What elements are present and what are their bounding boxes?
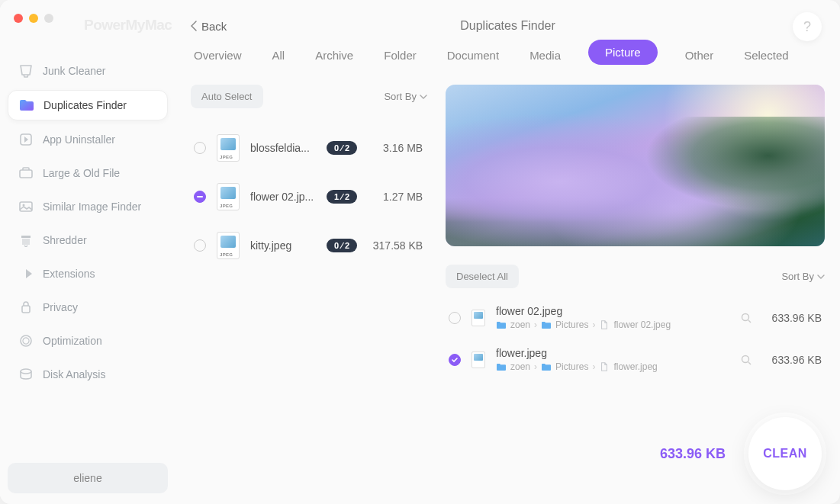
svg-point-5 (21, 335, 31, 346)
duplicate-row[interactable]: flower 02.jpegzoen›Pictures›flower 02.jp… (446, 299, 825, 336)
duplicate-row[interactable]: flower.jpegzoen›Pictures›flower.jpeg633.… (446, 341, 825, 378)
tab-document[interactable]: Document (444, 40, 502, 71)
file-size: 3.16 MB (368, 142, 423, 154)
deselect-all-button[interactable]: Deselect All (446, 265, 519, 288)
file-thumb: JPEG (217, 134, 240, 162)
chevron-down-icon (420, 95, 427, 99)
folder-icon (541, 320, 552, 329)
tab-folder[interactable]: Folder (381, 40, 420, 71)
svg-point-8 (742, 355, 749, 362)
sidebar-item-label: Similar Image Finder (43, 201, 141, 213)
auto-select-button[interactable]: Auto Select (191, 85, 263, 108)
file-group-row[interactable]: JPEGkitty.jpeg0 ⁄ 2317.58 KB (191, 221, 427, 270)
svg-point-7 (742, 313, 749, 320)
sort-by-dropdown-left[interactable]: Sort By (384, 91, 427, 102)
help-button[interactable]: ? (793, 12, 822, 41)
sidebar-item-label: Disk Analysis (43, 368, 105, 380)
file-name: kitty.jpeg (250, 239, 316, 252)
nav-icon (18, 64, 34, 78)
maximize-dot[interactable] (44, 14, 53, 23)
sidebar-item-extensions[interactable]: Extensions (8, 259, 168, 288)
sidebar-item-large-old-file[interactable]: Large & Old File (8, 159, 168, 188)
file-group-row[interactable]: JPEGflower 02.jp...1 ⁄ 21.27 MB (191, 172, 427, 221)
count-badge: 0 ⁄ 2 (327, 141, 357, 155)
sidebar-item-shredder[interactable]: Shredder (8, 226, 168, 255)
nav-icon (18, 334, 34, 348)
magnify-icon[interactable] (741, 355, 751, 365)
duplicate-path: zoen›Pictures›flower 02.jpeg (496, 319, 730, 330)
tab-other[interactable]: Other (682, 40, 717, 71)
file-group-row[interactable]: JPEGblossfeldia...0 ⁄ 23.16 MB (191, 124, 427, 172)
checkbox[interactable] (194, 142, 206, 154)
sidebar-item-label: Large & Old File (43, 167, 120, 179)
duplicate-size: 633.96 KB (762, 312, 822, 324)
magnify-icon[interactable] (741, 313, 751, 323)
sidebar-item-label: Junk Cleaner (43, 65, 106, 77)
count-badge: 1 ⁄ 2 (327, 190, 357, 204)
checkbox[interactable] (194, 239, 206, 252)
svg-rect-2 (20, 202, 32, 211)
nav-icon (18, 233, 34, 247)
checkbox[interactable] (194, 191, 206, 203)
tab-selected[interactable]: Selected (741, 40, 791, 71)
file-size: 317.58 KB (368, 239, 423, 252)
brand: PowerMyMac (84, 17, 172, 34)
back-button[interactable]: Back (191, 20, 227, 33)
user-account[interactable]: eliene (8, 463, 168, 493)
sidebar-item-duplicates-finder[interactable]: Duplicates Finder (8, 90, 168, 120)
sidebar-item-label: Extensions (43, 268, 95, 280)
tab-all[interactable]: All (269, 40, 288, 71)
duplicate-size: 633.96 KB (762, 354, 822, 366)
total-size: 633.96 KB (660, 446, 726, 462)
sidebar-item-label: Duplicates Finder (43, 99, 127, 111)
svg-rect-4 (22, 306, 30, 313)
duplicate-name: flower.jpeg (496, 347, 730, 359)
count-badge: 0 ⁄ 2 (327, 239, 357, 252)
sidebar-item-label: Privacy (43, 301, 78, 313)
duplicate-path: zoen›Pictures›flower.jpeg (496, 361, 730, 372)
sidebar-item-disk-analysis[interactable]: Disk Analysis (8, 360, 168, 389)
folder-icon (541, 362, 552, 371)
nav-icon (18, 300, 34, 314)
tab-picture[interactable]: Picture (588, 40, 658, 65)
sidebar-item-label: App Uninstaller (43, 133, 115, 146)
sidebar-item-junk-cleaner[interactable]: Junk Cleaner (8, 56, 168, 85)
close-dot[interactable] (14, 14, 23, 23)
minimize-dot[interactable] (29, 14, 38, 23)
tab-archive[interactable]: Archive (312, 40, 356, 71)
sidebar-item-optimization[interactable]: Optimization (8, 326, 168, 355)
folder-icon (496, 362, 507, 371)
file-thumb (471, 310, 485, 326)
sort-by-dropdown-right[interactable]: Sort By (781, 271, 825, 282)
nav-icon (18, 267, 34, 281)
duplicate-name: flower 02.jpeg (496, 305, 730, 317)
nav-icon (19, 98, 34, 112)
nav-icon (18, 166, 34, 180)
file-thumb: JPEG (217, 183, 240, 210)
folder-icon (496, 320, 507, 329)
clean-button[interactable]: CLEAN (748, 417, 822, 490)
page-title: Duplicates Finder (460, 19, 555, 33)
sidebar-item-label: Optimization (43, 335, 102, 347)
file-icon (599, 362, 610, 371)
checkbox[interactable] (449, 312, 461, 324)
nav-icon (18, 368, 34, 381)
chevron-down-icon (817, 274, 825, 279)
sidebar-item-label: Shredder (43, 234, 87, 246)
nav-icon (18, 133, 34, 146)
svg-point-6 (21, 369, 31, 374)
svg-rect-1 (20, 170, 32, 178)
checkbox[interactable] (449, 354, 461, 366)
chevron-left-icon (191, 21, 197, 31)
file-icon (599, 320, 610, 329)
sidebar-item-similar-image-finder[interactable]: Similar Image Finder (8, 192, 168, 221)
sidebar-item-app-uninstaller[interactable]: App Uninstaller (8, 125, 168, 154)
nav-icon (18, 200, 34, 213)
tab-media[interactable]: Media (526, 40, 564, 71)
tab-overview[interactable]: Overview (191, 40, 245, 71)
file-thumb (471, 352, 485, 368)
file-name: blossfeldia... (250, 142, 316, 154)
file-name: flower 02.jp... (250, 191, 316, 203)
sidebar-item-privacy[interactable]: Privacy (8, 293, 168, 322)
preview-image (446, 85, 825, 246)
